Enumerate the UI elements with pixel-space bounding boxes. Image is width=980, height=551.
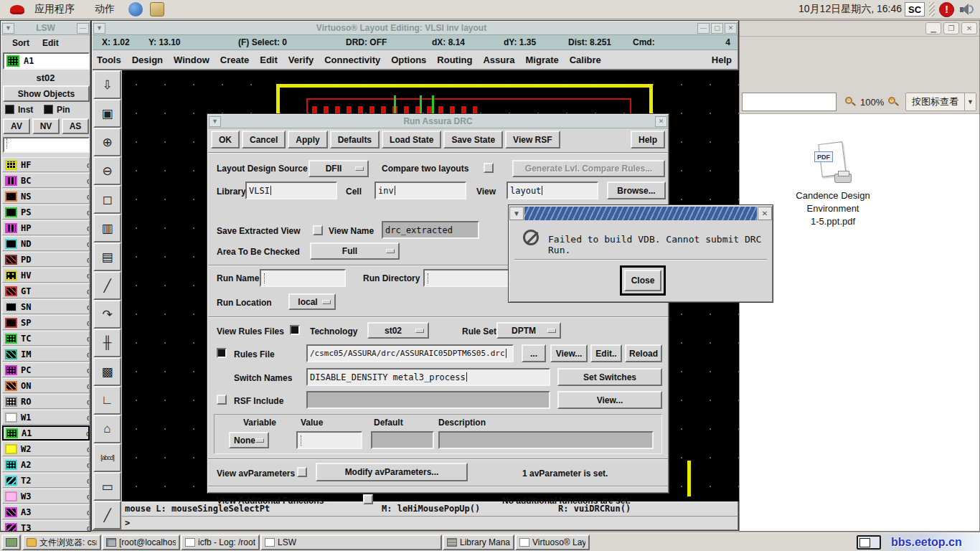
variable-dropdown[interactable]: None — [229, 432, 269, 448]
rotate-icon[interactable]: ↷ — [93, 300, 121, 329]
rsf-include-checkbox[interactable] — [217, 395, 227, 405]
layer-row-T2[interactable]: T2d — [2, 473, 90, 488]
minimize-icon[interactable]: ▁ — [925, 22, 941, 34]
compare-two-layouts-checkbox[interactable] — [484, 163, 494, 173]
layer-row-PS[interactable]: PSd — [2, 204, 90, 220]
menu-window[interactable]: Window — [174, 55, 209, 65]
maximize-icon[interactable]: ❐ — [943, 22, 959, 34]
error-titlebar[interactable]: ▼ ✕ — [509, 206, 772, 221]
menu-create[interactable]: Create — [220, 55, 249, 65]
view-avparameters-checkbox[interactable] — [297, 467, 307, 477]
layout-design-source-dropdown[interactable]: DFII — [308, 160, 369, 177]
email-icon[interactable] — [150, 2, 164, 17]
layer-row-A3[interactable]: A3d — [2, 504, 90, 519]
instance-icon[interactable]: ▩ — [93, 357, 121, 386]
zoom-out-icon[interactable]: ⊖ — [93, 156, 121, 185]
apply-button[interactable]: Apply — [288, 131, 327, 149]
layer-row-PD[interactable]: PDd — [2, 252, 90, 267]
location-input[interactable] — [742, 93, 837, 111]
close-icon[interactable]: ✕ — [725, 23, 737, 34]
zoom-in-icon[interactable]: ⊕ — [93, 128, 121, 156]
window-menu-icon[interactable]: ▼ — [509, 207, 524, 220]
menu-help[interactable]: Help — [712, 55, 732, 65]
inst-checkbox[interactable] — [5, 105, 14, 114]
zoom-in-icon[interactable]: + — [888, 97, 899, 108]
taskbar-item[interactable]: LSW — [260, 534, 442, 550]
defaults-button[interactable]: Defaults — [330, 131, 380, 149]
view-rsf-button[interactable]: View RSF — [505, 131, 560, 149]
menu-calibre[interactable]: Calibre — [570, 55, 601, 65]
rsf-view-button[interactable]: View... — [557, 391, 662, 409]
area-dropdown[interactable]: Full — [310, 242, 400, 260]
rules-file-more-button[interactable]: ... — [522, 344, 546, 362]
properties-icon[interactable]: ╫ — [93, 329, 121, 357]
polygon-icon[interactable]: ⌂ — [93, 415, 121, 443]
pdf-file-icon[interactable]: PDF — [814, 143, 852, 184]
layer-filter-input[interactable] — [3, 137, 90, 153]
set-switches-button[interactable]: Set Switches — [557, 368, 662, 386]
layer-row-TC[interactable]: TCd — [2, 331, 90, 346]
alert-notification-icon[interactable]: ! — [939, 2, 954, 17]
cell-input[interactable]: inv — [374, 182, 466, 199]
fit-view-icon[interactable]: ▣ — [93, 99, 121, 128]
generate-compare-rules-button[interactable]: Generate Lvl. Compare Rules... — [512, 160, 665, 177]
minimize-icon[interactable]: — — [77, 23, 89, 34]
menu-verify[interactable]: Verify — [288, 55, 314, 65]
copy-icon[interactable]: ▥ — [93, 214, 121, 242]
library-input[interactable]: VLSI — [245, 182, 337, 199]
select-region-icon[interactable]: ◻ — [93, 185, 121, 214]
actions-menu[interactable]: 动作 — [85, 3, 125, 16]
layer-row-W1[interactable]: W1d — [2, 410, 90, 425]
layer-row-SN[interactable]: SNd — [2, 299, 90, 314]
ruler-icon[interactable]: ╱ — [93, 501, 121, 529]
close-icon[interactable]: ✕ — [655, 116, 667, 127]
lsw-titlebar[interactable]: ▼ LSW — — [1, 22, 90, 35]
file-browser-content[interactable]: n.lib PDF Candence Design Environment 1-… — [740, 114, 979, 531]
label-icon[interactable]: [abcd] — [93, 443, 121, 472]
rule-set-dropdown[interactable]: DPTM — [496, 322, 561, 339]
browse-button[interactable]: Browse... — [607, 182, 666, 199]
menu-options[interactable]: Options — [391, 55, 426, 65]
menu-routing[interactable]: Routing — [437, 55, 472, 65]
layer-row-W2[interactable]: W2d — [2, 441, 90, 456]
layer-row-SP[interactable]: SPd — [2, 315, 90, 330]
save-state-button[interactable]: Save State — [443, 131, 503, 149]
window-menu-icon[interactable]: ▼ — [93, 23, 105, 34]
virtuoso-titlebar[interactable]: ▼ Virtuoso® Layout Editing: VLSI inv lay… — [93, 22, 738, 35]
menu-edit[interactable]: Edit — [260, 55, 278, 65]
menu-design[interactable]: Design — [132, 55, 163, 65]
show-desktop-button[interactable] — [1, 534, 21, 550]
redhat-menu-icon[interactable] — [10, 5, 24, 14]
rules-file-input[interactable]: /csmc05/ASSURA/drc/ASSURAIC05DPTM6S05.dr… — [306, 344, 514, 362]
nv-button[interactable]: NV — [32, 118, 60, 134]
applications-menu[interactable]: 应用程序 — [24, 3, 85, 16]
variable-value-input[interactable] — [296, 431, 362, 449]
volume-icon[interactable] — [958, 2, 974, 17]
layer-row-ND[interactable]: NDd — [2, 236, 90, 251]
rules-file-edit-button[interactable]: Edit.. — [590, 344, 622, 362]
pencil-icon[interactable]: ╱ — [93, 271, 121, 300]
lsw-menu-sort[interactable]: Sort — [12, 38, 29, 48]
zoom-out-icon[interactable]: − — [845, 97, 856, 108]
layer-row-GT[interactable]: GTd — [2, 283, 90, 298]
rectangle-icon[interactable]: ▭ — [93, 472, 121, 501]
view-mode-dropdown[interactable]: 按图标查看 ▼ — [905, 93, 976, 111]
save-extracted-view-checkbox[interactable] — [313, 225, 323, 235]
workspace-switcher-icon[interactable] — [857, 535, 881, 550]
close-button[interactable]: Close — [624, 270, 661, 291]
close-icon[interactable]: ✕ — [758, 207, 772, 220]
layer-row-HF[interactable]: HFd — [2, 157, 90, 172]
taskbar-item[interactable]: 文件浏览器: csmc0 — [22, 534, 101, 550]
close-icon[interactable]: ✕ — [961, 22, 977, 34]
rules-file-reload-button[interactable]: Reload — [625, 344, 662, 362]
modify-avparameters-button[interactable]: Modify avParameters... — [316, 463, 468, 481]
layer-row-HP[interactable]: HPd — [2, 220, 90, 235]
menu-assura[interactable]: Assura — [483, 55, 514, 65]
window-menu-icon[interactable]: ▼ — [2, 23, 14, 34]
drc-titlebar[interactable]: ▼ Run Assura DRC ✕ — [208, 115, 668, 128]
layer-row-RO[interactable]: ROd — [2, 394, 90, 409]
rules-file-checkbox[interactable] — [217, 348, 227, 358]
taskbar-item[interactable]: icfb - Log: /root/CDS — [181, 534, 260, 550]
menu-migrate[interactable]: Migrate — [526, 55, 559, 65]
cancel-button[interactable]: Cancel — [242, 131, 286, 149]
